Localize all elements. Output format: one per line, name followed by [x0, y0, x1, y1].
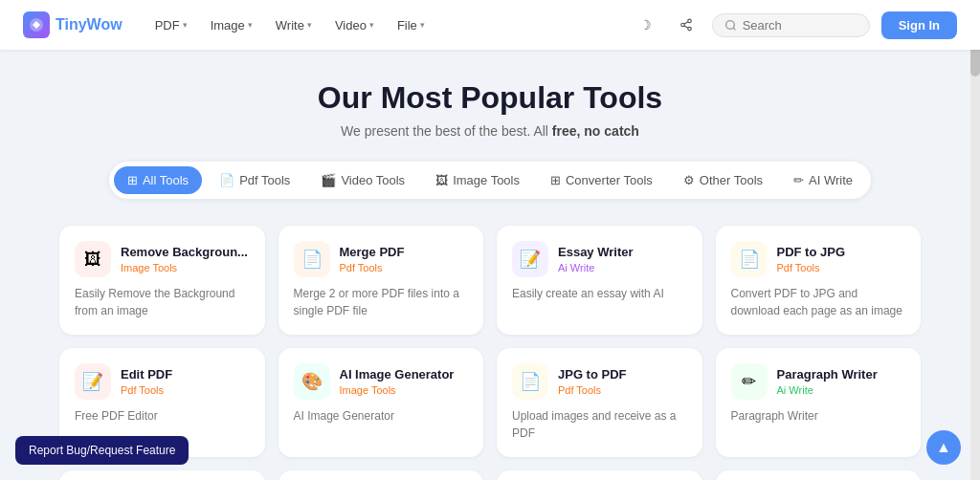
tool-card-info: Merge PDF Pdf Tools: [340, 245, 469, 273]
tool-desc: Upload images and receive as a PDF: [512, 407, 687, 442]
tool-icon: 📄: [731, 241, 768, 277]
brand-logo: [23, 11, 50, 38]
tool-category: Pdf Tools: [340, 262, 469, 273]
svg-point-2: [680, 23, 684, 27]
tool-name: Edit PDF: [121, 367, 250, 383]
tool-card-info: Edit PDF Pdf Tools: [121, 367, 250, 396]
tool-desc: Easily create an essay with AI: [512, 285, 687, 302]
video-tools-icon: 🎬: [321, 173, 336, 187]
main-content: Our Most Popular Tools We present the be…: [0, 50, 980, 480]
tool-card-header: 📝 Essay Writer Ai Write: [512, 241, 687, 277]
tool-card-header: 🎨 AI Image Generator Image Tools: [294, 363, 469, 400]
tool-card-header: 📄 JPG to PDF Pdf Tools: [512, 363, 687, 400]
tools-grid: 🖼 Remove Backgroun... Image Tools Easily…: [59, 226, 921, 480]
svg-line-4: [684, 26, 688, 28]
all-tools-icon: ⊞: [127, 173, 138, 187]
theme-toggle-icon[interactable]: ☽: [632, 11, 660, 39]
tool-card-info: PDF to JPG Pdf Tools: [777, 245, 906, 273]
tool-icon: 🖼: [75, 241, 111, 277]
tool-card-header: 📄 Merge PDF Pdf Tools: [294, 241, 469, 277]
signin-button[interactable]: Sign In: [881, 11, 957, 39]
svg-point-3: [687, 27, 691, 31]
search-input[interactable]: [743, 18, 858, 33]
search-box[interactable]: [712, 13, 870, 37]
tool-card[interactable]: 📄 PDF to JPG Pdf Tools Convert PDF to JP…: [716, 226, 922, 335]
tab-all-tools[interactable]: ⊞ All Tools: [114, 166, 202, 194]
tool-icon: 📝: [512, 241, 548, 277]
tool-name: PDF to JPG: [777, 245, 906, 261]
tool-category: Ai Write: [558, 262, 687, 273]
converter-tools-icon: ⊞: [550, 173, 561, 187]
tool-name: Merge PDF: [340, 245, 469, 261]
tool-icon: 📄: [512, 363, 548, 400]
tab-image-tools[interactable]: 🖼 Image Tools: [422, 166, 533, 194]
tab-other-tools[interactable]: ⚙ Other Tools: [670, 166, 776, 194]
tool-category: Image Tools: [121, 262, 250, 273]
tool-card[interactable]: 📝 Essay Writer Ai Write Easily create an…: [497, 226, 702, 335]
scrollbar[interactable]: [970, 0, 980, 480]
tool-card[interactable]: ✂ Split PDF Pdf Tools Split into one or …: [278, 470, 484, 480]
tool-card[interactable]: ✏ Paragraph Writer Ai Write Paragraph Wr…: [716, 348, 922, 457]
tool-name: AI Image Generator: [340, 367, 469, 383]
svg-line-5: [684, 22, 688, 24]
tool-category: Pdf Tools: [558, 384, 687, 396]
share-icon[interactable]: [672, 11, 701, 39]
tool-icon: ✏: [731, 363, 768, 400]
tool-icon: 📝: [75, 363, 111, 400]
tool-category: Ai Write: [777, 384, 906, 396]
tool-card-info: AI Image Generator Image Tools: [340, 367, 469, 396]
tool-card-header: 📝 Edit PDF Pdf Tools: [75, 363, 250, 400]
tool-card[interactable]: 📄 Merge PDF Pdf Tools Merge 2 or more PD…: [278, 226, 484, 335]
tool-desc: Free PDF Editor: [75, 407, 250, 425]
report-bug-button[interactable]: Report Bug/Request Feature: [15, 436, 189, 465]
nav-item-video[interactable]: Video▾: [325, 12, 384, 38]
search-icon: [724, 19, 737, 32]
tool-card[interactable]: 📄 JPG to PDF Pdf Tools Upload images and…: [497, 348, 702, 457]
tool-card-info: Paragraph Writer Ai Write: [777, 367, 906, 396]
pdf-tools-icon: 📄: [219, 173, 234, 187]
tool-card[interactable]: ✨ Content Improver Ai Write Use the cont…: [497, 470, 702, 480]
brand[interactable]: TinyWow: [23, 11, 122, 38]
page-subtitle: We present the best of the best. All fre…: [19, 123, 961, 139]
tool-card-info: Remove Backgroun... Image Tools: [121, 245, 250, 273]
tool-card[interactable]: 📄 Compress PDF Pdf Tools Lessen the file…: [59, 470, 265, 480]
tab-converter-tools[interactable]: ⊞ Converter Tools: [537, 166, 666, 194]
tool-category: Image Tools: [340, 384, 469, 396]
nav-links: PDF▾ Image▾ Write▾ Video▾ File▾: [145, 12, 632, 38]
brand-name: TinyWow: [56, 16, 122, 33]
tool-card-info: Essay Writer Ai Write: [558, 245, 687, 273]
tool-icon: 📄: [294, 241, 330, 277]
tool-name: Paragraph Writer: [777, 367, 906, 383]
tab-pdf-tools[interactable]: 📄 Pdf Tools: [206, 166, 303, 194]
tool-desc: Easily Remove the Background from an ima…: [75, 285, 250, 319]
tool-desc: Merge 2 or more PDF files into a single …: [294, 285, 469, 319]
tool-desc: Convert PDF to JPG and download each pag…: [731, 285, 906, 319]
nav-item-write[interactable]: Write▾: [266, 12, 322, 38]
tool-card[interactable]: 📄 Word to PDF Pdf Tools Convert a Word D…: [716, 470, 922, 480]
ai-write-icon: ✏: [793, 173, 804, 187]
svg-line-7: [733, 28, 735, 30]
tool-card-header: 🖼 Remove Backgroun... Image Tools: [75, 241, 250, 277]
nav-item-image[interactable]: Image▾: [201, 12, 262, 38]
nav-item-file[interactable]: File▾: [388, 12, 434, 38]
tool-icon: 🎨: [294, 363, 330, 400]
page-title: Our Most Popular Tools: [19, 80, 961, 116]
image-tools-icon: 🖼: [435, 173, 448, 187]
navbar-right: ☽ Sign In: [632, 11, 957, 39]
nav-item-pdf[interactable]: PDF▾: [145, 12, 197, 38]
tool-category: Pdf Tools: [777, 262, 906, 273]
tool-name: Remove Backgroun...: [121, 245, 250, 261]
tab-ai-write[interactable]: ✏ AI Write: [780, 166, 866, 194]
tool-card-header: 📄 PDF to JPG Pdf Tools: [731, 241, 906, 277]
tool-desc: Paragraph Writer: [731, 407, 906, 425]
tool-card-header: ✏ Paragraph Writer Ai Write: [731, 363, 906, 400]
scroll-to-top-button[interactable]: ▲: [926, 430, 961, 465]
svg-point-1: [687, 19, 691, 23]
tool-card[interactable]: 🖼 Remove Backgroun... Image Tools Easily…: [59, 226, 265, 335]
tool-name: Essay Writer: [558, 245, 687, 261]
tool-name: JPG to PDF: [558, 367, 687, 383]
tool-card[interactable]: 🎨 AI Image Generator Image Tools AI Imag…: [278, 348, 484, 457]
tool-desc: AI Image Generator: [294, 407, 469, 425]
tab-video-tools[interactable]: 🎬 Video Tools: [307, 166, 418, 194]
tool-category: Pdf Tools: [121, 384, 250, 396]
